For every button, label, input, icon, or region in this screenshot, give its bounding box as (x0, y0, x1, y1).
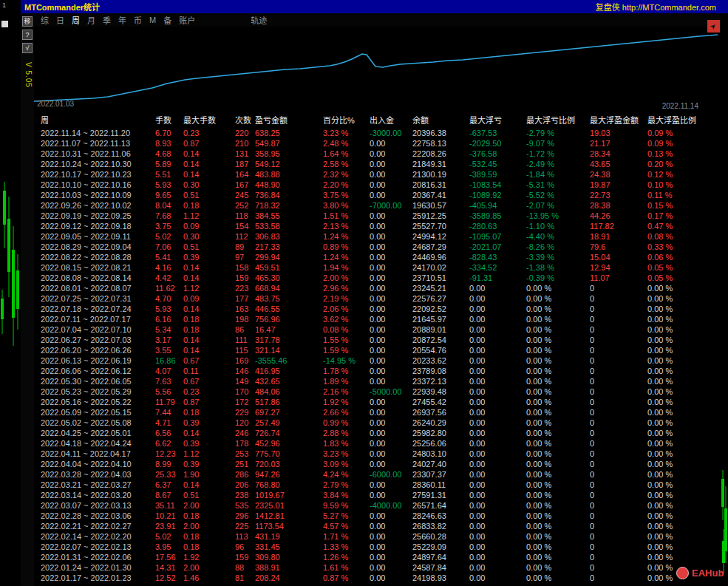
table-row[interactable]: 2022.05.02 ~ 2022.05.084.710.39120257.49… (34, 418, 721, 428)
table-row[interactable]: 2022.05.23 ~ 2022.05.295.560.23170484.06… (34, 386, 721, 397)
cell: 535 (235, 500, 255, 511)
table-row[interactable]: 2022.08.01 ~ 2022.08.0711.621.12223668.9… (34, 283, 721, 293)
table-row[interactable]: 2022.01.17 ~ 2022.01.2312.521.4681208.24… (34, 573, 721, 583)
cell: 697.27 (255, 407, 323, 418)
table-row[interactable]: 2022.09.26 ~ 2022.10.028.040.18252718.32… (34, 200, 721, 211)
table-row[interactable]: 2022.01.31 ~ 2022.02.0617.561.92159309.8… (34, 552, 721, 562)
table-row[interactable]: 2022.04.04 ~ 2022.04.108.990.39251720.03… (34, 459, 721, 469)
cell: 0.00 % (526, 562, 590, 573)
tab-币[interactable]: 币 (134, 14, 142, 26)
brand-link[interactable]: 复盘侠 http://MTCommander.com (596, 1, 716, 13)
table-row[interactable]: 2022.09.19 ~ 2022.09.257.681.12118384.55… (34, 211, 721, 221)
tab-账户[interactable]: 账户 (179, 14, 195, 26)
cell: 306.83 (255, 231, 323, 242)
table-row[interactable]: 2022.04.18 ~ 2022.04.246.620.39178452.96… (34, 438, 721, 449)
cell: 2022.07.18 ~ 2022.07.24 (41, 304, 155, 314)
cell: 24027.40 (412, 459, 469, 469)
table-row[interactable]: 2022.10.24 ~ 2022.10.305.890.14187549.12… (34, 159, 721, 169)
table-row[interactable]: 2022.09.05 ~ 2022.09.115.020.30112306.83… (34, 231, 721, 242)
table-row[interactable]: 2022.04.11 ~ 2022.04.1712.231.12253775.7… (34, 449, 721, 459)
table-row[interactable]: 2022.07.04 ~ 2022.07.105.340.188616.470.… (34, 324, 721, 335)
table-row[interactable]: 2022.06.06 ~ 2022.06.124.070.11146416.95… (34, 366, 721, 376)
cell: 0.00 % (647, 542, 721, 552)
table-row[interactable]: 2022.10.31 ~ 2022.11.064.680.14131358.95… (34, 149, 721, 159)
tab-综[interactable]: 综 (41, 14, 49, 26)
cell: 0.39 (183, 438, 235, 449)
table-row[interactable]: 2022.07.11 ~ 2022.07.176.160.18198756.96… (34, 314, 721, 324)
cell: 1.24 % (323, 252, 370, 262)
table-row[interactable]: 2022.05.16 ~ 2022.05.2211.790.87172517.8… (34, 397, 721, 407)
table-row[interactable]: 2022.09.12 ~ 2022.09.183.750.09154533.58… (34, 221, 721, 231)
cell: 0 (590, 500, 647, 511)
side-button-2[interactable]: √ (22, 43, 33, 53)
cell: 533.58 (255, 221, 323, 231)
table-row[interactable]: 2022.02.21 ~ 2022.02.2723.912.002251173.… (34, 521, 721, 531)
cell: 8.93 (155, 138, 183, 149)
cell: 483.88 (255, 169, 323, 180)
cell: 25229.09 (412, 542, 469, 552)
cell: 0.00 (469, 449, 526, 459)
cell: 0 (590, 438, 647, 449)
cell: 8.67 (155, 490, 183, 500)
cell: 0.18 (183, 511, 235, 521)
cell: 21849.31 (412, 159, 469, 169)
table-row[interactable]: 2022.03.28 ~ 2022.04.0325.331.90286947.2… (34, 469, 721, 480)
table-row[interactable]: 2022.07.18 ~ 2022.07.245.930.14163446.55… (34, 304, 721, 314)
tab-月[interactable]: 月 (87, 14, 95, 26)
tab-日[interactable]: 日 (56, 14, 64, 26)
table-row[interactable]: 2022.02.14 ~ 2022.02.205.020.18113431.19… (34, 531, 721, 542)
table-row[interactable]: 2022.06.27 ~ 2022.07.033.170.14111317.78… (34, 335, 721, 345)
tab-轨迹[interactable]: 轨迹 (251, 14, 267, 26)
table-row[interactable]: 2022.03.21 ~ 2022.03.276.370.14206768.80… (34, 480, 721, 490)
cell: 2022.10.24 ~ 2022.10.30 (41, 159, 155, 169)
side-button-0[interactable]: 移 (22, 16, 33, 27)
cell: 2.06 % (323, 304, 370, 314)
table-row[interactable]: 2022.03.07 ~ 2022.03.1335.112.005352325.… (34, 500, 721, 511)
tab-年[interactable]: 年 (118, 14, 126, 26)
side-button-1[interactable]: ? (22, 30, 33, 40)
table-row[interactable]: 2022.06.20 ~ 2022.06.263.550.14115321.14… (34, 345, 721, 355)
cell: 0.00 % (526, 480, 590, 490)
candlestick-body (7, 219, 10, 272)
table-row[interactable]: 2022.10.17 ~ 2022.10.235.510.14164483.88… (34, 169, 721, 180)
panel-titlebar[interactable]: MTCommander统计 复盘侠 http://MTCommander.com (21, 0, 728, 13)
table-row[interactable]: 2022.01.24 ~ 2022.01.3014.312.0088388.91… (34, 562, 721, 573)
tab-季[interactable]: 季 (103, 14, 111, 26)
table-row[interactable]: 2022.07.25 ~ 2022.07.314.700.09177483.75… (34, 293, 721, 304)
cell: 431.19 (255, 531, 323, 542)
tab-备[interactable]: 备 (163, 14, 171, 26)
cell: 0.00 % (647, 459, 721, 469)
table-row[interactable]: 2022.05.30 ~ 2022.06.057.630.67149432.65… (34, 376, 721, 386)
table-row[interactable]: 2022.04.25 ~ 2022.05.016.560.14246726.74… (34, 428, 721, 438)
table-row[interactable]: 2022.10.10 ~ 2022.10.165.930.30167448.90… (34, 180, 721, 190)
cell: 358.95 (255, 149, 323, 159)
table-row[interactable]: 2022.08.22 ~ 2022.08.285.410.3997299.941… (34, 252, 721, 262)
table-row[interactable]: 2022.11.14 ~ 2022.11.206.700.23220638.25… (34, 128, 721, 138)
table-row[interactable]: 2022.08.08 ~ 2022.08.144.420.14159465.30… (34, 273, 721, 283)
cell: -1.84 % (526, 169, 590, 180)
table-row[interactable]: 2022.06.13 ~ 2022.06.1916.860.67169-3555… (34, 355, 721, 366)
cell: 0.00 (469, 407, 526, 418)
table-row[interactable]: 2022.02.28 ~ 2022.03.0610.210.182961412.… (34, 511, 721, 521)
table-row[interactable]: 2022.05.09 ~ 2022.05.157.440.18229697.27… (34, 407, 721, 418)
table-row[interactable]: 2022.02.07 ~ 2022.02.133.950.1896331.451… (34, 542, 721, 552)
table-row[interactable]: 2022.10.03 ~ 2022.10.099.650.51245736.84… (34, 190, 721, 200)
scroll-arrow-icon: ➤ (709, 21, 718, 31)
table-row[interactable]: 2022.11.07 ~ 2022.11.138.930.87210549.87… (34, 138, 721, 149)
scroll-button[interactable]: ➤ (707, 20, 720, 33)
cell: 2022.09.05 ~ 2022.09.11 (41, 231, 155, 242)
tab-周[interactable]: 周 (72, 14, 80, 26)
cell: 0.00 (370, 304, 412, 314)
candlestick-body (12, 250, 15, 318)
cell: 5.93 (155, 304, 183, 314)
table-row[interactable]: 2022.03.14 ~ 2022.03.208.670.512381019.6… (34, 490, 721, 500)
cell: -1.72 % (526, 149, 590, 159)
table-row[interactable]: 2022.08.15 ~ 2022.08.214.160.14158459.51… (34, 262, 721, 273)
cell: 4.24 % (323, 469, 370, 480)
cell: 0.00 (370, 376, 412, 386)
eahub-label: EAHub (692, 568, 724, 579)
tab-M[interactable]: M (149, 16, 156, 24)
cell: 1.55 % (323, 335, 370, 345)
cell: 2022.10.31 ~ 2022.11.06 (41, 149, 155, 159)
table-row[interactable]: 2022.08.29 ~ 2022.09.047.060.5189217.330… (34, 242, 721, 252)
